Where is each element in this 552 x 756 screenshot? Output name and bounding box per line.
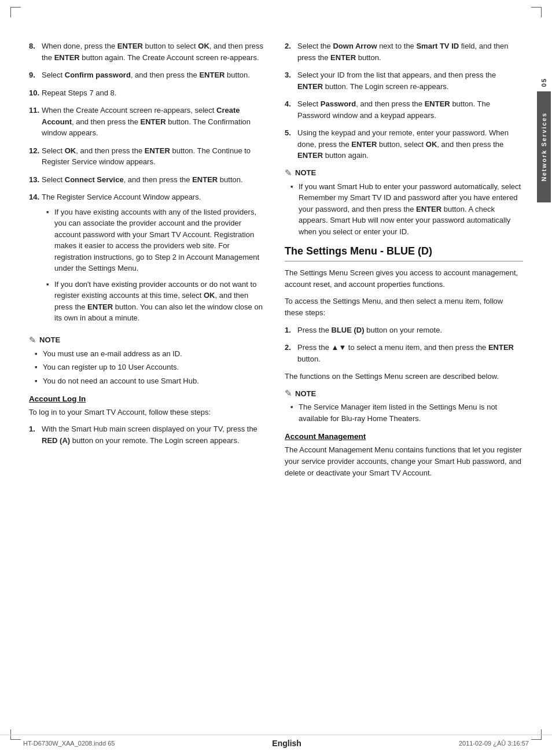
settings-intro2: To access the Settings Menu, and then se… <box>285 296 523 319</box>
item-number: 9. <box>29 69 42 81</box>
list-item: 13. Select Connect Service, and then pre… <box>29 174 267 186</box>
footer-timestamp: 2011-02-09 ¿ÀÛ 3:16:57 <box>459 740 529 747</box>
list-item: 2. Select the Down Arrow next to the Sma… <box>285 40 523 63</box>
note-header: ✎ NOTE <box>29 335 267 345</box>
side-tab: 05 Network Services <box>536 75 552 202</box>
chapter-label: Network Services <box>540 112 547 182</box>
item-number: 12. <box>29 145 42 168</box>
account-login-heading: Account Log In <box>29 394 267 403</box>
item-number: 2. <box>285 342 297 364</box>
item-number: 11. <box>29 105 42 139</box>
item-text: Press the ▲▼ to select a menu item, and … <box>297 342 523 364</box>
item-number: 10. <box>29 87 42 99</box>
note-bullet: ■ <box>35 362 43 373</box>
item-text: The Register Service Account Window appe… <box>42 193 201 201</box>
item-text: Select Password, and then press the ENTE… <box>297 98 523 121</box>
note-label: NOTE <box>295 389 316 398</box>
note-label: NOTE <box>39 335 60 344</box>
account-login-intro: To log in to your Smart TV Account, foll… <box>29 407 267 418</box>
note-box: ✎ NOTE ■ You must use an e-mail address … <box>29 335 267 387</box>
item-number: 13. <box>29 174 42 186</box>
note-bullet: ■ <box>290 401 299 424</box>
item-number: 8. <box>29 40 42 63</box>
account-management-text: The Account Management Menu contains fun… <box>285 444 523 479</box>
note-header: ✎ NOTE <box>285 168 523 178</box>
account-management-heading: Account Management <box>285 432 523 441</box>
note-text: You must use an e-mail address as an ID. <box>43 348 182 360</box>
main-content: 8. When done, press the ENTER button to … <box>0 23 552 496</box>
bullet-item: ■ If you have existing accounts with any… <box>46 206 267 274</box>
list-item: 1. With the Smart Hub main screen displa… <box>29 423 267 446</box>
item-text: Select the Down Arrow next to the Smart … <box>297 40 523 63</box>
list-item: 1. Press the BLUE (D) button on your rem… <box>285 324 523 336</box>
note-items: ■ If you want Smart Hub to enter your pa… <box>285 181 523 238</box>
note-item: ■ If you want Smart Hub to enter your pa… <box>290 181 523 238</box>
note-item: ■ You can register up to 10 User Account… <box>35 362 267 373</box>
item-number: 5. <box>285 127 297 161</box>
item-text: When the Create Account screen re-appear… <box>42 105 267 139</box>
settings-menu-heading: The Settings Menu - BLUE (D) <box>285 245 523 261</box>
item-text: Select Confirm password, and then press … <box>42 69 267 81</box>
note-bullet: ■ <box>35 375 43 387</box>
chapter-number: 05 <box>539 75 549 89</box>
item-text: Using the keypad and your remote, enter … <box>297 127 523 161</box>
list-item: 5. Using the keypad and your remote, ent… <box>285 127 523 161</box>
footer-file-info: HT-D6730W_XAA_0208.indd 65 <box>23 740 115 747</box>
list-item: 8. When done, press the ENTER button to … <box>29 40 267 63</box>
list-item: 10. Repeat Steps 7 and 8. <box>29 87 267 99</box>
note-item: ■ The Service Manager item listed in the… <box>290 401 523 424</box>
note-box-right: ✎ NOTE ■ If you want Smart Hub to enter … <box>285 168 523 238</box>
item-number: 4. <box>285 98 297 121</box>
list-item: 12. Select OK, and then press the ENTER … <box>29 145 267 168</box>
note-item: ■ You do not need an account to use Smar… <box>35 375 267 387</box>
note-icon: ✎ <box>285 168 292 178</box>
note-text: You can register up to 10 User Accounts. <box>43 362 179 373</box>
footer: HT-D6730W_XAA_0208.indd 65 English 2011-… <box>0 735 552 748</box>
note-items: ■ You must use an e-mail address as an I… <box>29 348 267 387</box>
item-number: 14. <box>29 191 42 329</box>
bullet-text: If you don't have existing provider acco… <box>54 279 267 324</box>
item-text: With the Smart Hub main screen displayed… <box>42 423 267 446</box>
list-item: 3. Select your ID from the list that app… <box>285 69 523 92</box>
list-item: 2. Press the ▲▼ to select a menu item, a… <box>285 342 523 364</box>
footer-language: English <box>272 739 301 748</box>
bullet-symbol: ■ <box>46 279 54 324</box>
note-text: If you want Smart Hub to enter your pass… <box>299 181 523 238</box>
bullet-item: ■ If you don't have existing provider ac… <box>46 279 267 324</box>
corner-mark-tl <box>10 7 21 17</box>
settings-intro1: The Settings Menu Screen gives you acces… <box>285 267 523 290</box>
left-column: 8. When done, press the ENTER button to … <box>29 40 267 485</box>
note-bullet: ■ <box>290 181 299 238</box>
list-item: 11. When the Create Account screen re-ap… <box>29 105 267 139</box>
bullet-symbol: ■ <box>46 206 54 274</box>
item-text: Press the BLUE (D) button on your remote… <box>297 324 523 336</box>
item-text: Select Connect Service, and then press t… <box>42 174 267 186</box>
item-text: Repeat Steps 7 and 8. <box>42 87 267 99</box>
bullet-list: ■ If you have existing accounts with any… <box>42 206 267 324</box>
corner-mark-tr <box>531 7 542 17</box>
note-item: ■ You must use an e-mail address as an I… <box>35 348 267 360</box>
note-text: You do not need an account to use Smart … <box>43 375 199 387</box>
note-box-settings: ✎ NOTE ■ The Service Manager item listed… <box>285 388 523 424</box>
item-number: 1. <box>285 324 297 336</box>
item-number: 2. <box>285 40 297 63</box>
note-header: ✎ NOTE <box>285 388 523 399</box>
settings-post-steps: The functions on the Settings Menu scree… <box>285 371 523 382</box>
side-tab-bar: Network Services <box>537 91 551 202</box>
item-text: When done, press the ENTER button to sel… <box>42 40 267 63</box>
list-item: 9. Select Confirm password, and then pre… <box>29 69 267 81</box>
bullet-text: If you have existing accounts with any o… <box>54 206 267 274</box>
list-item: 14. The Register Service Account Window … <box>29 191 267 329</box>
note-icon: ✎ <box>29 335 36 345</box>
note-label: NOTE <box>295 168 316 177</box>
note-items: ■ The Service Manager item listed in the… <box>285 401 523 424</box>
note-text: The Service Manager item listed in the S… <box>299 401 523 424</box>
page: 05 Network Services 8. When done, press … <box>0 0 552 756</box>
item-number: 3. <box>285 69 297 92</box>
right-column: 2. Select the Down Arrow next to the Sma… <box>285 40 523 485</box>
note-bullet: ■ <box>35 348 43 360</box>
note-icon: ✎ <box>285 388 292 399</box>
list-item: 4. Select Password, and then press the E… <box>285 98 523 121</box>
item-text: Select your ID from the list that appear… <box>297 69 523 92</box>
item-text: Select OK, and then press the ENTER butt… <box>42 145 267 168</box>
